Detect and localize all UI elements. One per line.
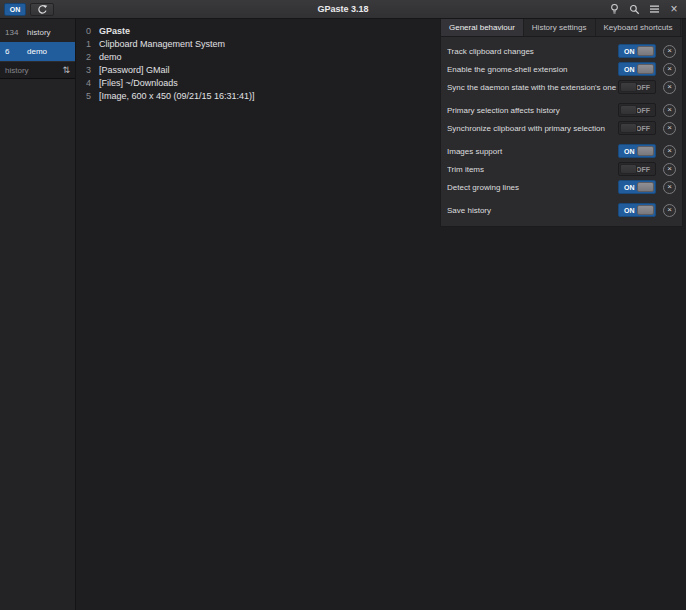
switch-state-label: OFF (636, 81, 650, 93)
settings-rows: Track clipboard changes ON × Enable the … (441, 37, 682, 226)
settings-tab-bar: General behaviour History settings Keybo… (441, 19, 682, 37)
setting-label: Enable the gnome-shell extension (447, 65, 618, 74)
extension-button[interactable] (606, 2, 623, 16)
setting-row: Detect growing lines ON × (441, 178, 682, 196)
settings-group: Save history ON × (441, 201, 682, 219)
setting-label: Save history (447, 206, 618, 215)
switch-handle (620, 164, 637, 174)
settings-group: Images support ON × Trim items OFF × Det… (441, 142, 682, 196)
tab-history-settings[interactable]: History settings (524, 19, 596, 36)
setting-label: Track clipboard changes (447, 47, 618, 56)
lightbulb-icon (609, 3, 620, 15)
reset-to-default-button[interactable]: × (663, 63, 676, 76)
settings-group: Primary selection affects history OFF × … (441, 101, 682, 137)
setting-row: Trim items OFF × (441, 160, 682, 178)
setting-row: Synchronize clipboard with primary selec… (441, 119, 682, 137)
search-button[interactable] (626, 2, 643, 16)
reset-to-default-button[interactable]: × (663, 163, 676, 176)
switch-handle (620, 123, 637, 133)
item-text: Clipboard Management System (99, 39, 225, 49)
reset-to-default-button[interactable]: × (663, 204, 676, 217)
refresh-button[interactable] (30, 3, 54, 16)
toggle-switch[interactable]: OFF (618, 162, 656, 176)
settings-panel: General behaviour History settings Keybo… (440, 19, 683, 227)
setting-row: Primary selection affects history OFF × (441, 101, 682, 119)
reset-to-default-button[interactable]: × (663, 122, 676, 135)
switch-handle (637, 205, 654, 215)
header-bar: ON GPaste 3.18 (0, 0, 686, 19)
switch-state-label: ON (624, 45, 635, 57)
settings-group: Track clipboard changes ON × Enable the … (441, 42, 682, 96)
history-item-count: 6 (0, 47, 27, 56)
switch-handle (637, 182, 654, 192)
switch-handle (637, 64, 654, 74)
toggle-switch[interactable]: ON (618, 62, 656, 76)
header-right-controls: × (606, 2, 682, 17)
tab-keyboard-shortcuts[interactable]: Keyboard shortcuts (596, 19, 682, 36)
switch-handle (620, 105, 637, 115)
toggle-switch[interactable]: OFF (618, 121, 656, 135)
reset-to-default-button[interactable]: × (663, 145, 676, 158)
setting-label: Detect growing lines (447, 183, 618, 192)
switch-state-label: ON (624, 181, 635, 193)
toggle-switch[interactable]: ON (618, 203, 656, 217)
reset-to-default-button[interactable]: × (663, 104, 676, 117)
setting-row: Track clipboard changes ON × (441, 42, 682, 60)
menu-icon (649, 4, 660, 14)
item-index: 0 (86, 26, 94, 36)
setting-label: Sync the daemon state with the extension… (447, 83, 618, 92)
tracking-toggle-button[interactable]: ON (4, 3, 26, 16)
history-list-item[interactable]: 134 history (0, 23, 75, 42)
setting-row: Images support ON × (441, 142, 682, 160)
setting-row: Save history ON × (441, 201, 682, 219)
switch-state-label: OFF (636, 104, 650, 116)
item-index: 1 (86, 39, 94, 49)
switch-handle (637, 146, 654, 156)
item-text: demo (99, 52, 122, 62)
switch-state-label: ON (624, 145, 635, 157)
switch-state-label: OFF (636, 163, 650, 175)
history-item-count: 134 (0, 28, 27, 37)
switch-state-label: OFF (636, 122, 650, 134)
close-icon: × (670, 2, 677, 16)
window-title: GPaste 3.18 (0, 4, 686, 14)
setting-label: Synchronize clipboard with primary selec… (447, 124, 618, 133)
setting-row: Sync the daemon state with the extension… (441, 78, 682, 96)
item-text: [Password] GMail (99, 65, 170, 75)
switch-state-label: ON (624, 204, 635, 216)
item-index: 5 (86, 91, 94, 101)
setting-label: Trim items (447, 165, 618, 174)
new-history-placeholder: history (5, 66, 62, 75)
setting-label: Images support (447, 147, 618, 156)
item-text: [Image, 600 x 450 (09/21/15 16:31:41)] (99, 91, 255, 101)
refresh-icon (37, 4, 48, 15)
switch-history-icon: ⇅ (62, 65, 70, 75)
reset-to-default-button[interactable]: × (663, 45, 676, 58)
toggle-switch[interactable]: OFF (618, 80, 656, 94)
history-item-name: history (27, 28, 51, 37)
item-index: 3 (86, 65, 94, 75)
setting-label: Primary selection affects history (447, 106, 618, 115)
item-text: [Files] ~/Downloads (99, 78, 178, 88)
history-item-name: demo (27, 47, 47, 56)
setting-row: Enable the gnome-shell extension ON × (441, 60, 682, 78)
toggle-switch[interactable]: OFF (618, 103, 656, 117)
close-button[interactable]: × (666, 2, 682, 17)
switch-state-label: ON (624, 63, 635, 75)
item-text: GPaste (99, 26, 130, 36)
switch-handle (620, 82, 637, 92)
toggle-switch[interactable]: ON (618, 144, 656, 158)
reset-to-default-button[interactable]: × (663, 81, 676, 94)
search-icon (629, 4, 640, 15)
tab-general-behaviour[interactable]: General behaviour (441, 19, 524, 36)
item-index: 2 (86, 52, 94, 62)
header-left-controls: ON (4, 3, 54, 16)
toggle-switch[interactable]: ON (618, 44, 656, 58)
reset-to-default-button[interactable]: × (663, 181, 676, 194)
histories-sidebar: 134 history 6 demo history ⇅ (0, 19, 76, 610)
new-history-input[interactable]: history ⇅ (0, 61, 75, 79)
toggle-switch[interactable]: ON (618, 180, 656, 194)
item-index: 4 (86, 78, 94, 88)
menu-button[interactable] (646, 2, 663, 16)
history-list-item-selected[interactable]: 6 demo (0, 42, 75, 61)
